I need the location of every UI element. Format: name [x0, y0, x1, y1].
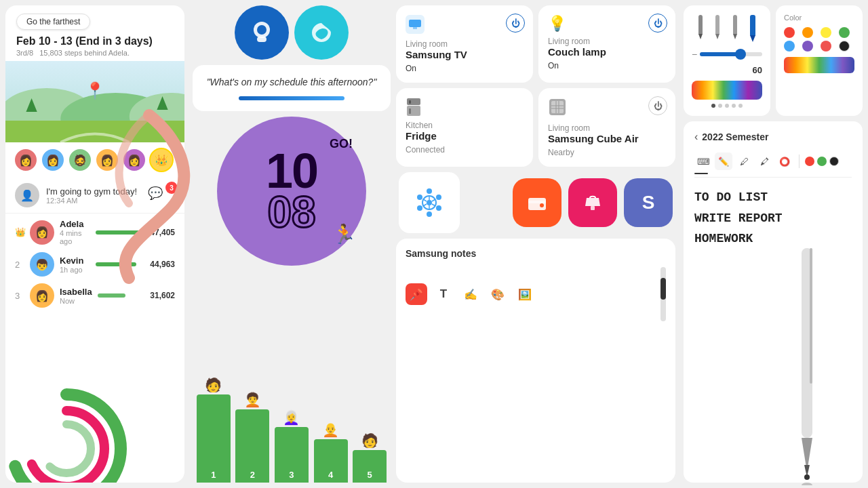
bar-num-3: 3: [289, 470, 294, 480]
svg-point-31: [417, 205, 422, 211]
smartthings-icon: [411, 184, 448, 221]
swatch-blue[interactable]: [784, 41, 795, 52]
svg-point-29: [436, 205, 441, 211]
gym-message-time: 12:34 AM: [46, 197, 137, 205]
pen-icon-2: [713, 14, 722, 41]
power-button-tv[interactable]: ⏻: [506, 14, 525, 33]
swatch-crimson[interactable]: [821, 41, 831, 52]
gym-avatar: 👤: [15, 183, 39, 207]
notes-tool-image[interactable]: 🖼️: [514, 283, 536, 305]
rank-num-isabella: 3: [15, 291, 24, 301]
brightness-slider-track[interactable]: [700, 52, 762, 56]
power-button-lamp[interactable]: ⏻: [648, 14, 667, 33]
leader-name-kevin: Kevin: [60, 256, 90, 266]
color-temperature-bar[interactable]: [692, 81, 762, 100]
bixby-progress-bar: [239, 96, 344, 100]
svg-point-26: [427, 200, 432, 205]
bar-num-1: 1: [211, 470, 216, 480]
notes-tool-color[interactable]: 🎨: [487, 283, 509, 305]
notebook-header: ‹ 2022 Semester: [694, 131, 852, 143]
light-cards-row: − 60: [684, 5, 863, 116]
device-card-tv: Living room Samsung TV On ⏻: [396, 5, 533, 83]
notes-tool-pen[interactable]: ✍️: [460, 283, 481, 305]
fitness-date: Feb 10 - 13 (End in 3 days): [16, 35, 174, 47]
fridge-icon-area: [406, 98, 524, 117]
brightness-slider-row: −: [692, 49, 762, 60]
location-pin: 📍: [85, 81, 105, 100]
notebook-tool-pencil[interactable]: ✏️: [715, 152, 732, 170]
swatch-purple[interactable]: [802, 41, 813, 52]
svg-marker-44: [698, 34, 703, 39]
wallet-app-icon[interactable]: [513, 178, 561, 227]
svg-rect-18: [409, 108, 411, 114]
store-app-icon[interactable]: [568, 178, 617, 227]
smartthings-hub-card[interactable]: [399, 172, 460, 233]
gym-message: 👤 I'm going to gym today! 12:34 AM 3 💬: [5, 178, 184, 214]
back-arrow-button[interactable]: ‹: [694, 131, 698, 143]
device-name-fridge: Fridge: [406, 130, 524, 142]
avatar-5: 👩: [122, 148, 146, 172]
notebook-tool-keyboard[interactable]: ⌨: [694, 152, 712, 170]
leader-time-adela: 4 mins ago: [60, 229, 90, 245]
svg-rect-17: [409, 100, 411, 104]
device-room-cube: Living room: [548, 123, 666, 133]
svg-marker-48: [733, 34, 737, 39]
swatch-black[interactable]: [839, 41, 850, 52]
svg-point-41: [540, 203, 544, 207]
svg-rect-40: [528, 201, 546, 203]
notebook-card: ‹ 2022 Semester ⌨ ✏️ 🖊 🖍 ⭕ TO DO LIST WR…: [684, 121, 863, 483]
todo-content: TO DO LIST WRITE REPORT HOMEWORK: [694, 184, 852, 252]
leader-time-isabella: Now: [60, 297, 92, 305]
bar-chart: 🧑 1 🧑‍🦱 2 👩‍🦳 3: [193, 377, 391, 483]
notes-vertical-slider[interactable]: [660, 267, 666, 321]
notebook-tool-lasso[interactable]: ⭕: [776, 152, 793, 170]
svg-point-30: [427, 211, 432, 217]
color-dot-green[interactable]: [817, 157, 827, 166]
device-status-tv: On: [406, 64, 524, 73]
svg-rect-14: [413, 27, 417, 29]
svg-marker-46: [715, 34, 719, 39]
swatch-yellow[interactable]: [821, 27, 831, 38]
line-thickness[interactable]: [694, 173, 708, 174]
galaxy-app-icon[interactable]: [294, 5, 349, 60]
device-status-cube: Nearby: [548, 148, 666, 157]
circular-chart-svg: [5, 361, 155, 483]
pen-icon-active: [748, 14, 757, 43]
s-app-icon[interactable]: S: [624, 178, 673, 227]
device-name-cube: Samsung Cube Air: [548, 133, 666, 145]
color-dot-black[interactable]: [829, 157, 839, 166]
indicator-dots: [692, 104, 762, 108]
notebook-tool-marker[interactable]: 🖍: [755, 152, 773, 170]
go-farthest-button[interactable]: Go the farthest: [16, 14, 90, 30]
notebook-tool-pen[interactable]: 🖊: [735, 152, 753, 170]
pen-icon-1: [696, 14, 705, 41]
color-dot-red[interactable]: [805, 157, 814, 166]
bixby-app-icon[interactable]: [235, 5, 289, 60]
tv-icon: [406, 15, 425, 34]
col3-panel: Living room Samsung TV On ⏻ 💡 Living roo…: [393, 0, 678, 488]
power-button-cube[interactable]: ⏻: [648, 96, 667, 115]
leader-bar-kevin: [96, 262, 136, 266]
full-color-bar[interactable]: [784, 57, 854, 73]
swatch-green[interactable]: [839, 27, 850, 38]
bar-num-4: 4: [328, 470, 333, 480]
swatch-orange[interactable]: [802, 27, 813, 38]
bar-col-5: 🧑 5: [351, 432, 388, 483]
leader-row-isabella: 3 👩 Isabella Now 31,602: [15, 283, 175, 308]
apps-row: [193, 5, 391, 60]
bar-char-3: 👩‍🦳: [283, 409, 300, 426]
swatch-red[interactable]: [784, 27, 795, 38]
svg-rect-43: [698, 15, 703, 35]
svg-rect-49: [750, 15, 755, 37]
slider-minus: −: [692, 49, 697, 60]
svg-rect-13: [409, 20, 421, 27]
device-room-fridge: Kitchen: [406, 121, 524, 130]
svg-rect-20: [551, 101, 564, 113]
notes-tool-pin[interactable]: 📌: [406, 283, 427, 305]
todo-line-1: TO DO LIST: [694, 187, 852, 208]
smart-home-grid: Living room Samsung TV On ⏻ 💡 Living roo…: [396, 5, 675, 167]
leader-steps-adela: 47,405: [146, 228, 175, 237]
notes-tool-text[interactable]: T: [433, 283, 454, 305]
avatar-1: 👩: [14, 148, 38, 172]
bar-col-1: 🧑 1: [195, 377, 232, 483]
